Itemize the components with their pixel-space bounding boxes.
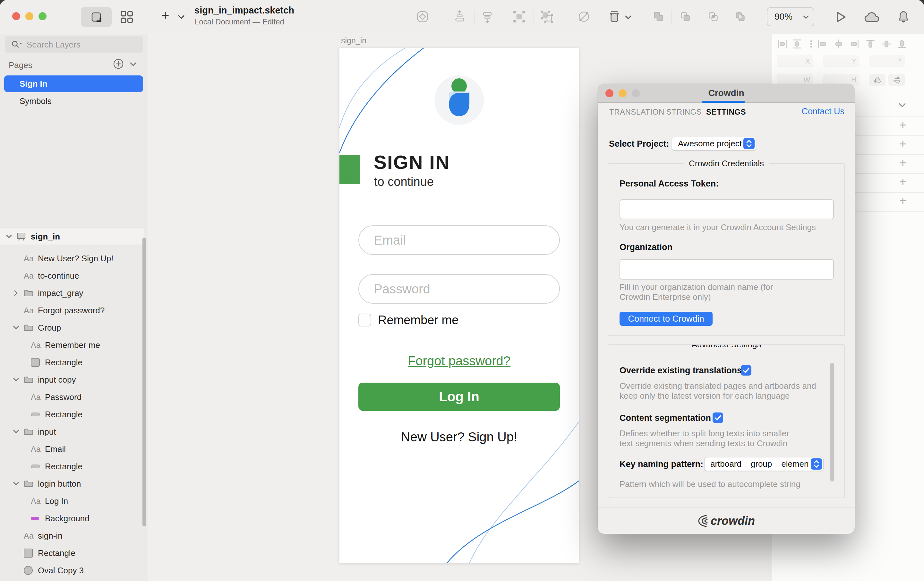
search-input[interactable] [26,36,140,54]
layer-row[interactable]: input [0,423,144,440]
move-forward-icon[interactable] [452,9,467,24]
layer-row[interactable]: Group [0,319,144,336]
artboard-sign-in[interactable]: SIGN IN to continue Email Password Remem… [340,48,579,563]
layer-row[interactable]: Rectangle [0,354,144,371]
layer-row[interactable]: impact_gray [0,285,144,302]
layer-row[interactable]: AaForgot password? [0,302,144,319]
sign-in-heading[interactable]: SIGN IN [374,151,450,173]
layer-row[interactable]: Aasign-in [0,527,144,545]
green-accent-rect[interactable] [340,155,360,184]
insert-chevron-icon[interactable] [177,14,185,20]
disclosure-down-icon[interactable] [12,324,20,331]
crowdin-tab-strings[interactable]: STRINGS [667,108,702,116]
layer-row-artboard[interactable]: sign_in [0,228,144,245]
resize-tool-icon[interactable] [607,9,622,24]
canvas-view-toggle[interactable] [81,7,112,27]
email-field[interactable]: Email [358,225,560,255]
align-center-horizontal-icon[interactable] [833,38,844,50]
transform-tool-icon[interactable] [576,9,591,24]
crowdin-titlebar[interactable]: Crowdin [598,84,855,103]
resize-options-chevron-icon[interactable] [624,15,632,20]
layer-row[interactable]: Rectangle [0,458,144,475]
align-bottom-icon[interactable] [896,38,908,50]
add-style-button[interactable]: + [898,137,908,151]
remember-me-checkbox[interactable] [358,314,371,326]
advanced-settings-scrollbar[interactable] [830,363,834,482]
intersect-tool-icon[interactable] [706,9,721,24]
group-tool-icon[interactable] [512,9,526,24]
insert-button[interactable]: + [162,8,169,23]
layer-row[interactable]: AaPassword [0,388,144,406]
disclosure-down-icon[interactable] [5,233,13,240]
contact-us-link[interactable]: Contact Us [802,107,845,116]
symbol-tool-icon[interactable] [415,9,430,24]
distribute-vertical-icon[interactable] [792,38,802,50]
layer-row[interactable]: input copy [0,371,144,388]
layer-row[interactable]: Background [0,510,144,527]
search-layers-field[interactable] [5,36,143,53]
sidebar-page-sign-in[interactable]: Sign In [4,75,143,92]
flip-horizontal-button[interactable] [869,74,886,86]
align-middle-vertical-icon[interactable] [881,38,892,50]
section-collapse-chevron-icon[interactable] [898,102,907,109]
layer-row[interactable]: AaNew User? Sign Up! [0,250,144,267]
add-style-button[interactable]: + [898,175,908,189]
crowdin-tab-translation[interactable]: TRANSLATION [609,108,665,116]
x-position-field[interactable]: X [777,55,813,68]
layer-row[interactable]: Rectangle [0,406,144,423]
preview-play-icon[interactable] [835,11,847,23]
layer-row[interactable]: Rectangle [0,545,144,562]
add-style-button[interactable]: + [898,156,908,170]
project-select-dropdown[interactable]: Awesome project [672,137,756,151]
forgot-password-link[interactable]: Forgot password? [340,354,579,368]
align-left-icon[interactable] [817,38,828,50]
override-translations-checkbox[interactable] [741,365,751,376]
layer-row[interactable]: Aato-continue [0,267,144,285]
crowdin-tab-settings[interactable]: SETTINGS [706,108,746,116]
connect-to-crowdin-button[interactable]: Connect to Crowdin [620,312,713,326]
logo-droplet[interactable] [449,93,469,116]
flip-vertical-button[interactable] [888,74,905,86]
layer-row[interactable]: login button [0,475,144,492]
disclosure-down-icon[interactable] [12,428,20,435]
notifications-bell-icon[interactable] [897,10,910,24]
token-input[interactable] [620,199,834,219]
disclosure-down-icon[interactable] [12,376,20,384]
layer-row[interactable]: Oval Copy 3 [0,562,144,579]
content-segmentation-checkbox[interactable] [713,412,723,423]
layer-row[interactable]: AaLog In [0,492,144,510]
difference-tool-icon[interactable] [733,9,747,24]
layer-row[interactable]: AaRemember me [0,336,144,354]
password-field[interactable]: Password [358,274,560,304]
sign-in-subheading[interactable]: to continue [374,175,434,189]
sidebar-page-symbols[interactable]: Symbols [4,93,143,109]
grid-view-icon[interactable] [119,10,134,25]
cloud-sync-icon[interactable] [864,12,880,23]
align-top-icon[interactable] [865,38,876,50]
artboard-label[interactable]: sign_in [341,36,366,45]
distribute-horizontal-icon[interactable] [777,38,788,50]
zoom-window-button[interactable] [38,12,46,20]
more-options-icon[interactable] [805,38,817,50]
rotation-field[interactable]: ° [869,55,905,68]
close-button[interactable] [12,12,20,20]
y-position-field[interactable]: Y [823,55,860,68]
sign-up-text[interactable]: New User? Sign Up! [340,430,579,444]
log-in-button[interactable]: Log In [358,382,560,411]
zoom-level-dropdown[interactable]: 90% [767,7,814,26]
minimize-button[interactable] [25,12,33,20]
add-page-icon[interactable] [113,58,124,70]
key-naming-pattern-dropdown[interactable]: artboard__group__element [704,457,823,471]
move-backward-icon[interactable] [480,9,495,24]
align-right-icon[interactable] [849,38,860,50]
organization-input[interactable] [620,259,834,280]
ungroup-tool-icon[interactable] [540,9,554,24]
pages-collapse-chevron-icon[interactable] [129,61,137,67]
subtract-tool-icon[interactable] [678,9,693,24]
sidebar-scrollbar[interactable] [142,238,146,526]
union-tool-icon[interactable] [651,9,666,24]
disclosure-right-icon[interactable] [12,289,20,297]
layer-row[interactable]: AaEmail [0,440,144,458]
add-style-button[interactable]: + [898,194,908,208]
add-style-button[interactable]: + [898,118,908,132]
